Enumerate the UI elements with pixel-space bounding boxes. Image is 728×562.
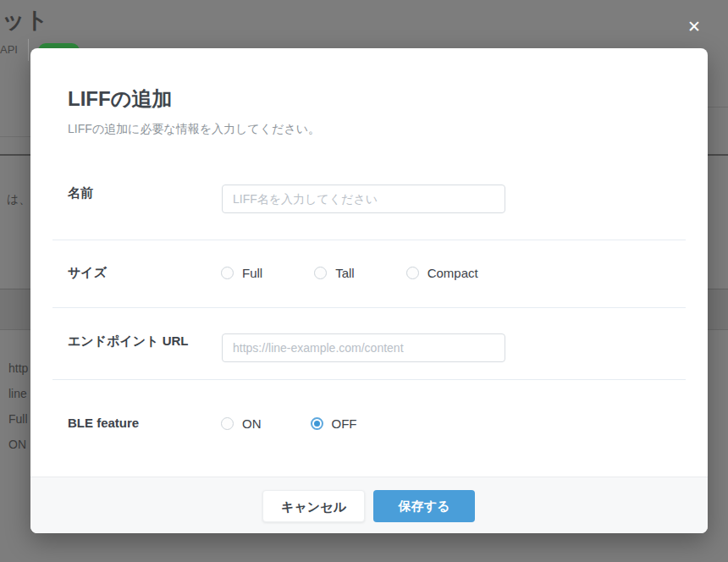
background-page-title: ット	[2, 5, 48, 36]
divider	[52, 240, 686, 240]
size-option-tall[interactable]: Tall	[314, 266, 355, 280]
radio-icon[interactable]	[221, 417, 234, 430]
size-option-full[interactable]: Full	[221, 266, 262, 280]
close-icon[interactable]: ✕	[682, 15, 706, 39]
ble-option-off-label: OFF	[332, 416, 357, 431]
radio-icon[interactable]	[221, 267, 234, 279]
add-liff-dialog: LIFFの追加 LIFFの追加に必要な情報を入力してください。 名前 サイズ F…	[30, 48, 708, 533]
dialog-footer: キャンセル 保存する	[30, 477, 708, 533]
endpoint-url-input[interactable]	[222, 333, 505, 362]
size-option-compact-label: Compact	[427, 266, 478, 280]
ble-option-off[interactable]: OFF	[311, 416, 357, 431]
background-text-fragment: http	[8, 361, 28, 375]
background-text-fragment: Full	[8, 412, 28, 426]
size-option-full-label: Full	[242, 266, 262, 280]
background-text-fragment: line	[8, 387, 27, 400]
ble-radio-group: ON OFF	[221, 414, 357, 433]
dialog-subtitle: LIFFの追加に必要な情報を入力してください。	[68, 122, 320, 137]
endpoint-field-label: エンドポイント URL	[68, 332, 188, 350]
ble-option-on[interactable]: ON	[221, 416, 262, 431]
save-button[interactable]: 保存する	[373, 490, 475, 522]
size-option-compact[interactable]: Compact	[406, 266, 478, 280]
background-text-fragment: は、	[7, 192, 30, 207]
radio-selected-icon[interactable]	[311, 417, 323, 430]
tab-separator	[28, 39, 29, 61]
name-field-label: 名前	[68, 184, 93, 202]
background-tab-api: API	[0, 43, 18, 56]
size-option-tall-label: Tall	[335, 266, 355, 280]
background-divider	[708, 107, 728, 107]
ble-field-label: BLE feature	[68, 414, 139, 433]
ble-option-on-label: ON	[242, 416, 262, 431]
size-field-label: サイズ	[68, 263, 107, 282]
radio-icon[interactable]	[406, 267, 419, 279]
divider	[52, 379, 686, 380]
background-divider	[0, 136, 30, 137]
divider	[52, 307, 686, 308]
radio-icon[interactable]	[314, 267, 327, 279]
dialog-title: LIFFの追加	[68, 85, 172, 113]
background-text-fragment: ON	[8, 438, 26, 451]
liff-name-input[interactable]	[222, 185, 505, 213]
size-radio-group: Full Tall Compact	[221, 263, 478, 282]
cancel-button[interactable]: キャンセル	[262, 490, 365, 522]
